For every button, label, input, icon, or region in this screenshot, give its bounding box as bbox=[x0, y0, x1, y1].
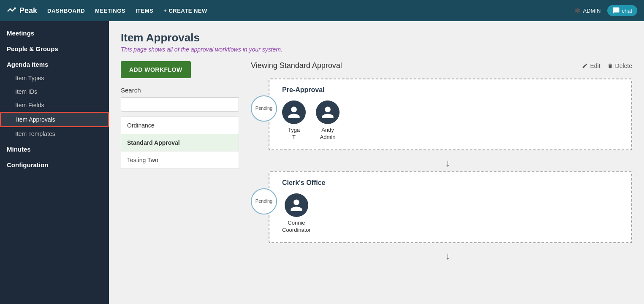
admin-menu[interactable]: ADMIN bbox=[574, 7, 601, 14]
sidebar-item-minutes[interactable]: Minutes bbox=[0, 141, 109, 156]
stage-box-clerks-office: Clerk's Office ConnieCoordinator bbox=[269, 171, 632, 243]
approver-avatar-tyga bbox=[282, 100, 306, 124]
delete-button[interactable]: Delete bbox=[607, 62, 632, 69]
sidebar-item-agenda-items[interactable]: Agenda Items bbox=[0, 56, 109, 71]
sidebar-item-item-approvals[interactable]: Item Approvals bbox=[0, 112, 109, 127]
search-label: Search bbox=[121, 87, 239, 94]
stage-clerks-office: Pending Clerk's Office bbox=[251, 171, 632, 243]
page-subtitle: This page shows all of the approval work… bbox=[121, 46, 632, 53]
stage-box-pre-approval: Pre-Approval TygaT bbox=[269, 79, 632, 150]
nav-meetings[interactable]: MEETINGS bbox=[95, 8, 125, 14]
sidebar-item-people-groups[interactable]: People & Groups bbox=[0, 40, 109, 56]
pending-badge-2: Pending bbox=[251, 188, 277, 214]
sidebar-item-meetings[interactable]: Meetings bbox=[0, 24, 109, 40]
user-icon-andy bbox=[321, 105, 335, 119]
pending-badge-wrap-1: Pending bbox=[251, 79, 277, 122]
chat-icon bbox=[612, 7, 620, 14]
approver-avatar-connie bbox=[285, 193, 308, 217]
viewing-header: Viewing Standard Approval Edit bbox=[251, 61, 632, 70]
approvers-row-2: ConnieCoordinator bbox=[282, 193, 623, 234]
nav-dashboard[interactable]: DASHBOARD bbox=[47, 8, 85, 14]
nav-items[interactable]: ITEMS bbox=[136, 8, 153, 14]
edit-button[interactable]: Edit bbox=[582, 62, 600, 69]
sidebar: Meetings People & Groups Agenda Items It… bbox=[0, 21, 109, 304]
content-area: Item Approvals This page shows all of th… bbox=[109, 21, 644, 304]
workflow-item-ordinance[interactable]: Ordinance bbox=[121, 117, 239, 134]
approver-tyga: TygaT bbox=[282, 100, 306, 141]
left-panel: ADD WORKFLOW Search Ordinance Standard A… bbox=[121, 61, 239, 264]
stage-arrow-1: ↓ bbox=[251, 157, 632, 169]
user-icon-connie bbox=[289, 198, 304, 212]
pending-badge-1: Pending bbox=[251, 95, 277, 122]
viewing-title: Viewing Standard Approval bbox=[251, 61, 342, 70]
nav-right: ADMIN chat bbox=[574, 5, 637, 16]
stage-title-clerks-office: Clerk's Office bbox=[282, 179, 623, 187]
top-nav: Peak DASHBOARD MEETINGS ITEMS + CREATE N… bbox=[0, 0, 644, 21]
workflow-list: Ordinance Standard Approval Testing Two bbox=[121, 117, 239, 169]
page-title: Item Approvals bbox=[121, 31, 632, 44]
sidebar-item-item-templates[interactable]: Item Templates bbox=[0, 127, 109, 141]
stage-pre-approval: Pending Pre-Approval bbox=[251, 79, 632, 150]
approvers-row-1: TygaT AndyAdmin bbox=[282, 100, 623, 141]
main-layout: Meetings People & Groups Agenda Items It… bbox=[0, 21, 644, 304]
pencil-icon bbox=[582, 63, 588, 69]
nav-create-new[interactable]: + CREATE NEW bbox=[163, 8, 207, 14]
approver-name-tyga: TygaT bbox=[288, 127, 300, 141]
workflow-item-standard-approval[interactable]: Standard Approval bbox=[121, 134, 239, 152]
add-workflow-button[interactable]: ADD WORKFLOW bbox=[121, 61, 191, 78]
sidebar-item-item-types[interactable]: Item Types bbox=[0, 71, 109, 85]
gear-icon bbox=[574, 7, 581, 14]
stage-title-pre-approval: Pre-Approval bbox=[282, 86, 623, 94]
content-top: ADD WORKFLOW Search Ordinance Standard A… bbox=[121, 61, 632, 264]
search-input[interactable] bbox=[121, 97, 239, 111]
chat-button[interactable]: chat bbox=[607, 5, 637, 16]
nav-links: DASHBOARD MEETINGS ITEMS + CREATE NEW bbox=[47, 8, 207, 14]
approver-name-andy: AndyAdmin bbox=[320, 127, 336, 141]
pending-badge-wrap-2: Pending bbox=[251, 171, 277, 214]
sidebar-item-configuration[interactable]: Configuration bbox=[0, 156, 109, 172]
approver-avatar-andy bbox=[316, 100, 340, 124]
approver-connie: ConnieCoordinator bbox=[282, 193, 311, 234]
viewing-actions: Edit Delete bbox=[582, 62, 632, 69]
approver-name-connie: ConnieCoordinator bbox=[282, 220, 311, 234]
sidebar-item-item-fields[interactable]: Item Fields bbox=[0, 98, 109, 112]
stage-container: Pending Pre-Approval bbox=[251, 79, 632, 150]
right-panel: Viewing Standard Approval Edit bbox=[251, 61, 632, 264]
approver-andy: AndyAdmin bbox=[316, 100, 340, 141]
workflow-item-testing-two[interactable]: Testing Two bbox=[121, 152, 239, 168]
sidebar-item-item-ids[interactable]: Item IDs bbox=[0, 85, 109, 98]
stage-container-2: Pending Clerk's Office bbox=[251, 171, 632, 243]
trash-icon bbox=[607, 63, 613, 69]
logo[interactable]: Peak bbox=[7, 5, 37, 16]
user-icon-tyga bbox=[287, 105, 301, 119]
stage-arrow-2: ↓ bbox=[251, 250, 632, 262]
